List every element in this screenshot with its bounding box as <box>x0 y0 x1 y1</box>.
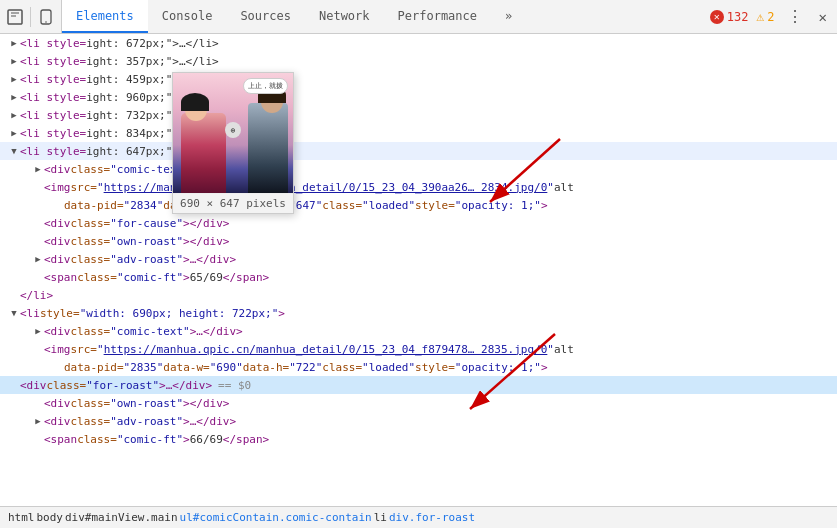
code-line[interactable]: <li style= ight: 357px;">…</li> <box>0 52 837 70</box>
expand-arrow[interactable] <box>8 145 20 157</box>
expand-arrow[interactable] <box>8 55 20 67</box>
code-line[interactable]: <li style= ight: 459px;">…</li> <box>0 70 837 88</box>
code-line[interactable]: <div class= "own-roast" ></div> <box>0 394 837 412</box>
svg-point-2 <box>45 21 47 23</box>
tabs-bar: Elements Console Sources Network Perform… <box>62 0 526 33</box>
expand-arrow[interactable] <box>32 415 44 427</box>
tab-network[interactable]: Network <box>305 0 384 33</box>
inspect-icon[interactable] <box>6 8 24 26</box>
code-line-data-attrs-1[interactable]: data-pid= "2834" data-w= "690" data-h= "… <box>0 196 837 214</box>
tab-sources[interactable]: Sources <box>226 0 305 33</box>
code-line-expanded-li[interactable]: <li style= ight: 647px;"> <box>0 142 837 160</box>
tab-performance[interactable]: Performance <box>384 0 491 33</box>
expand-arrow[interactable] <box>32 163 44 175</box>
breadcrumb-body[interactable]: body <box>37 511 64 524</box>
code-line[interactable]: <div class= "adv-roast" >…</div> <box>0 412 837 430</box>
image-preview-popup: 上止，就拨 ⊕ 690 × 647 pixels <box>172 72 294 214</box>
warn-badge[interactable]: ⚠ 2 <box>757 9 775 24</box>
toolbar-icons-group <box>0 0 62 33</box>
code-line[interactable]: <div class= "comic-text" >…</div> <box>0 322 837 340</box>
code-line[interactable]: <li style= ight: 732px;">…</li> <box>0 106 837 124</box>
code-line[interactable]: <li style= ight: 834px;">…</li> <box>0 124 837 142</box>
tab-elements[interactable]: Elements <box>62 0 148 33</box>
breadcrumb-bar: html body div#mainView.main ul#comicCont… <box>0 506 837 528</box>
expand-arrow-leaf <box>32 181 44 193</box>
code-line[interactable]: <span class= "comic-ft" > 66/69 </span> <box>0 430 837 448</box>
toolbar-right-group: ✕ 132 ⚠ 2 ⋮ ✕ <box>704 7 837 26</box>
expand-arrow[interactable] <box>8 127 20 139</box>
expand-arrow[interactable] <box>8 307 20 319</box>
expand-arrow[interactable] <box>8 37 20 49</box>
expand-arrow[interactable] <box>8 91 20 103</box>
expand-arrow-leaf <box>8 379 20 391</box>
expand-arrow-leaf <box>32 235 44 247</box>
main-content-area: 上止，就拨 ⊕ 690 × 647 pixels <box>0 34 837 506</box>
img-src-link-2[interactable]: https://manhua.qpic.cn/manhua_detail/0/1… <box>104 343 548 356</box>
code-line-li-722[interactable]: <li style= "width: 690px; height: 722px;… <box>0 304 837 322</box>
expand-arrow[interactable] <box>32 325 44 337</box>
svg-rect-0 <box>8 10 22 24</box>
code-panel: 上止，就拨 ⊕ 690 × 647 pixels <box>0 34 837 506</box>
code-line[interactable]: <div class= "comic-text" >…</div> <box>0 160 837 178</box>
breadcrumb-mainview[interactable]: div#mainView.main <box>65 511 178 524</box>
img-src-link-1[interactable]: https://manhua.qpic.cn/manhua_detail/0/1… <box>104 181 548 194</box>
code-line[interactable]: <div class= "own-roast" ></div> <box>0 232 837 250</box>
close-devtools-icon[interactable]: ✕ <box>815 9 831 25</box>
image-size-label: 690 × 647 pixels <box>173 193 293 213</box>
devtools-toolbar: Elements Console Sources Network Perform… <box>0 0 837 34</box>
more-menu-icon[interactable]: ⋮ <box>783 7 807 26</box>
breadcrumb-html[interactable]: html <box>8 511 35 524</box>
code-line[interactable]: </li> <box>0 286 837 304</box>
expand-arrow[interactable] <box>8 109 20 121</box>
code-line[interactable]: <li style= ight: 672px;">…</li> <box>0 34 837 52</box>
code-lines-container[interactable]: <li style= ight: 672px;">…</li> <li styl… <box>0 34 837 506</box>
speech-bubble: 上止，就拨 <box>243 78 288 94</box>
breadcrumb-comiccontain[interactable]: ul#comicContain.comic-contain <box>180 511 372 524</box>
code-line[interactable]: <div class= "adv-roast" >…</div> <box>0 250 837 268</box>
code-line-data-attrs-2[interactable]: data-pid= "2835" data-w= "690" data-h= "… <box>0 358 837 376</box>
expand-arrow[interactable] <box>32 253 44 265</box>
error-badge[interactable]: ✕ 132 <box>710 10 749 24</box>
code-line-img-2[interactable]: <img src= "https://manhua.qpic.cn/manhua… <box>0 340 837 358</box>
warn-icon: ⚠ <box>757 9 765 24</box>
error-icon: ✕ <box>710 10 724 24</box>
code-line[interactable]: <li style= ight: 960px;">…</li> <box>0 88 837 106</box>
image-preview-canvas: 上止，就拨 ⊕ <box>173 73 293 193</box>
breadcrumb-for-roast[interactable]: div.for-roast <box>389 511 475 524</box>
code-line[interactable]: <span class= "comic-ft" > 65/69 </span> <box>0 268 837 286</box>
toolbar-separator <box>30 7 31 27</box>
dom-breakpoint-indicator: == $0 <box>218 379 251 392</box>
expand-arrow-leaf <box>32 271 44 283</box>
code-line[interactable]: <div class= "for-cause" ></div> <box>0 214 837 232</box>
code-line-for-roast-selected[interactable]: <div class= "for-roast" >…</div> == $0 <box>0 376 837 394</box>
expand-arrow-leaf <box>32 343 44 355</box>
expand-arrow-leaf <box>8 289 20 301</box>
device-icon[interactable] <box>37 8 55 26</box>
code-line-img-1[interactable]: <img src= "https://manhua.qpic.cn/manhua… <box>0 178 837 196</box>
expand-arrow-leaf <box>32 433 44 445</box>
breadcrumb-li[interactable]: li <box>374 511 387 524</box>
expand-arrow-leaf <box>32 397 44 409</box>
tab-console[interactable]: Console <box>148 0 227 33</box>
expand-arrow[interactable] <box>8 73 20 85</box>
expand-arrow-leaf <box>32 217 44 229</box>
tab-more[interactable]: » <box>491 0 526 33</box>
